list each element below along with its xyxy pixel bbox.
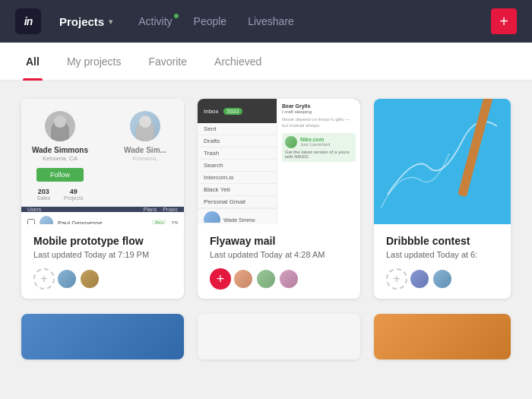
card-bottom-2 [198,314,360,359]
inbox-badge: 5033 [223,108,243,115]
tab-all[interactable]: All [23,43,43,81]
card-preview-3 [374,99,511,224]
cards-row: Wade Simmons Kelowna, CA Follow 203 Sale… [21,99,511,299]
card-bottom-1 [21,314,184,359]
mail-from: Bear Grylls [282,103,356,109]
card-flyaway-mail: Inbox 5033 BG Sent Drafts26 Trash Search… [198,99,360,299]
inbox-label: Inbox [204,108,219,115]
collaborator-avatar-1 [56,268,78,290]
follow-button[interactable]: Follow [36,168,84,182]
collaborator-avatar-4 [255,268,277,290]
tab-archived[interactable]: Archieved [211,43,264,81]
nav-right: + [491,8,517,34]
sales-count: 203 [37,188,51,195]
col-plans: Plans [144,207,157,212]
add-collaborator-button[interactable]: + [33,268,55,290]
card-bottom-3 [374,314,511,359]
card-title-1: Mobile prototype flow [33,235,172,247]
projects-count: 49 [64,188,83,195]
main-content: Wade Simmons Kelowna, CA Follow 203 Sale… [0,81,532,399]
tab-my-projects[interactable]: My projects [64,43,125,81]
mail-promo: Nike.com Just Launched Get the latest ve… [282,133,356,162]
mail-body: Never depend on those lu gifts — but ins… [282,116,356,129]
mail-preview-pane: Bear Grylls I craft sleeping Never depen… [277,99,360,224]
card-updated-1: Last updated Today at 7:19 PM [33,250,172,259]
collaborator-avatar-5 [278,268,299,290]
preview-profile: Wade Simmons Kelowna, CA Follow 203 Sale… [21,99,184,224]
nav-links: Activity People Liveshare [138,15,473,27]
avatar-wade1 [45,111,75,141]
row-num: 29 [171,220,178,225]
row-name: Paul Genovesse [58,220,147,225]
preview-bottom-orange [374,314,511,359]
tab-favorite[interactable]: Favorite [145,43,190,81]
preview-bottom-blue [21,314,184,359]
profile-name-2: Wade Sim... [124,146,166,154]
preview-mail: Inbox 5033 BG Sent Drafts26 Trash Search… [198,99,360,224]
projects-label-stat: Projects [64,195,83,201]
card-preview-1: Wade Simmons Kelowna, CA Follow 203 Sale… [21,99,184,224]
collaborator-avatar-3 [233,268,254,290]
profile-loc-2: Kelowna, [133,155,158,162]
add-collaborator-button-2[interactable]: + [210,268,231,290]
profile-stats: 203 Sales 49 Projects [37,188,84,201]
promo-tag: Just Launched [300,142,330,147]
promo-body: Get the latest version of a yours with N… [285,150,353,159]
collaborator-avatar-6 [409,268,430,290]
row-avatar [40,216,53,224]
preview-bottom-light [198,314,360,359]
collaborator-avatar-7 [432,268,453,290]
card-updated-2: Last updated Today at 4:28 AM [210,250,348,259]
card-info-2: Flyaway mail Last updated Today at 4:28 … [198,224,360,299]
card-footer-3: + [386,268,499,290]
new-project-button[interactable]: + [491,8,517,34]
add-collaborator-button-3[interactable]: + [386,268,407,290]
card-mobile-prototype: Wade Simmons Kelowna, CA Follow 203 Sale… [21,99,184,299]
projects-dropdown[interactable]: Projects ▾ [59,15,112,28]
card-title-3: Dribbble contest [386,235,499,247]
row-checkbox[interactable] [27,219,35,224]
row-badge: Pro [152,220,166,225]
card-info-1: Mobile prototype flow Last updated Today… [21,224,184,299]
profile-row: Paul Genovesse Pro 29 [21,212,184,224]
nav-people[interactable]: People [194,15,227,27]
avatar-wade2 [130,111,160,141]
col-users: Users [27,207,41,212]
nav-activity[interactable]: Activity [138,15,172,27]
profile-table-header: Users Plans Projec [21,207,184,212]
bottom-cards-row [21,314,511,359]
card-footer-2: + [210,268,348,290]
nav-liveshare[interactable]: Liveshare [248,15,294,27]
mail-subject: I craft sleeping [282,109,356,114]
col-projects: Projec [163,207,178,212]
dribbble-decoration [374,99,511,212]
projects-label: Projects [59,15,104,28]
profile-loc-1: Kelowna, CA [43,155,78,162]
navbar: in Projects ▾ Activity People Liveshare … [0,0,532,43]
tabs-bar: All My projects Favorite Archieved [0,43,532,81]
profile-name-1: Wade Simmons [32,146,88,154]
card-info-3: Dribbble contest Last updated Today at 6… [374,224,511,299]
sales-label: Sales [37,195,51,201]
mail-bottom-sender: Wade Simmo [223,217,255,223]
card-title-2: Flyaway mail [210,235,348,247]
preview-dribbble [374,99,511,224]
chevron-down-icon: ▾ [109,17,112,26]
card-preview-2: Inbox 5033 BG Sent Drafts26 Trash Search… [198,99,360,224]
collaborator-avatar-2 [79,268,100,290]
promo-brand: Nike.com [300,137,330,142]
app-logo: in [15,8,41,34]
card-updated-3: Last updated Today at 6: [386,250,499,259]
card-dribbble: Dribbble contest Last updated Today at 6… [374,99,511,299]
card-footer-1: + [33,268,172,290]
